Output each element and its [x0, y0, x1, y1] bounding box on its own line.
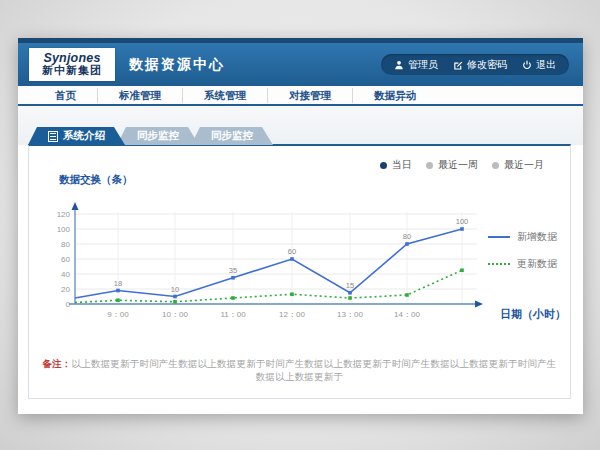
filter-today-label: 当日	[392, 158, 412, 172]
logout-label: 退出	[536, 58, 556, 72]
svg-text:60: 60	[288, 247, 296, 256]
radio-unselected-icon	[426, 162, 433, 169]
filter-today[interactable]: 当日	[380, 158, 412, 172]
user-menu: 管理员 修改密码 退出	[381, 54, 569, 75]
svg-text:14：00: 14：00	[394, 310, 420, 319]
svg-text:100: 100	[456, 217, 469, 226]
svg-text:80: 80	[61, 240, 70, 249]
svg-text:40: 40	[61, 270, 70, 279]
nav-item-home[interactable]: 首页	[34, 88, 98, 103]
power-icon	[522, 60, 532, 70]
svg-text:13：00: 13：00	[337, 310, 363, 319]
svg-text:35: 35	[229, 266, 237, 275]
filter-last-month-label: 最近一月	[504, 158, 544, 172]
tab-sync-monitor-2-label: 同步监控	[211, 129, 253, 143]
svg-text:20: 20	[61, 285, 70, 294]
nav-item-standard-management[interactable]: 标准管理	[98, 88, 183, 103]
filter-last-week-label: 最近一周	[438, 158, 478, 172]
document-icon	[48, 131, 58, 142]
logout-button[interactable]: 退出	[522, 58, 556, 72]
svg-text:11：00: 11：00	[220, 310, 246, 319]
logo-text-cn: 新中新集团	[42, 65, 102, 77]
change-password-label: 修改密码	[467, 58, 507, 72]
tab-sync-monitor-1[interactable]: 同步监控	[117, 127, 199, 145]
legend-item-update-data: 更新数据	[488, 257, 557, 271]
app-header: Synjones 新中新集团 数据资源中心 管理员 修改密码 退出	[18, 43, 583, 86]
filter-last-month[interactable]: 最近一月	[492, 158, 544, 172]
tab-system-intro[interactable]: 系统介绍	[28, 127, 125, 145]
tab-strip: 系统介绍 同步监控 同步监控	[18, 106, 583, 145]
svg-text:15: 15	[346, 281, 354, 290]
footer-note: 备注：以上数据更新于时间产生数据以上数据更新于时间产生数据以上数据更新于时间产生…	[39, 358, 560, 384]
tab-system-intro-label: 系统介绍	[63, 129, 105, 143]
radio-unselected-icon	[492, 162, 499, 169]
edit-icon	[453, 60, 463, 70]
solid-line-icon	[488, 236, 510, 238]
svg-text:80: 80	[403, 232, 411, 241]
nav-item-data-change[interactable]: 数据异动	[353, 88, 437, 103]
main-navigation: 首页 标准管理 系统管理 对接管理 数据异动	[18, 86, 583, 106]
line-chart: 0204060801001209：0010：0011：0012：0013：001…	[45, 184, 495, 334]
period-filter-group: 当日 最近一周 最近一月	[380, 158, 544, 172]
nav-item-system-management[interactable]: 系统管理	[183, 88, 268, 103]
x-axis-title: 日期（小时）	[500, 307, 566, 322]
dotted-line-icon	[488, 263, 510, 265]
svg-text:60: 60	[61, 255, 70, 264]
app-window: Synjones 新中新集团 数据资源中心 管理员 修改密码 退出 首页 标准管…	[18, 38, 583, 414]
tab-sync-monitor-1-label: 同步监控	[137, 129, 179, 143]
filter-last-week[interactable]: 最近一周	[426, 158, 478, 172]
legend-item-new-data: 新增数据	[488, 230, 557, 244]
svg-text:9：00: 9：00	[107, 310, 129, 319]
svg-text:12：00: 12：00	[279, 310, 305, 319]
note-prefix: 备注：	[42, 358, 71, 369]
svg-text:10：00: 10：00	[162, 310, 188, 319]
svg-text:18: 18	[114, 279, 122, 288]
user-icon	[394, 60, 404, 70]
legend-update-data-label: 更新数据	[517, 257, 557, 271]
note-text: 以上数据更新于时间产生数据以上数据更新于时间产生数据以上数据更新于时间产生数据以…	[72, 358, 557, 382]
svg-text:100: 100	[57, 225, 71, 234]
legend-new-data-label: 新增数据	[517, 230, 557, 244]
radio-selected-icon	[380, 162, 387, 169]
svg-text:10: 10	[171, 285, 179, 294]
chart-legend: 新增数据 更新数据	[488, 230, 557, 284]
admin-user-label: 管理员	[408, 58, 438, 72]
svg-text:120: 120	[57, 210, 71, 219]
content-panel: 当日 最近一周 最近一月 数据交换（条） 0204060801001209：00…	[28, 144, 571, 399]
change-password-button[interactable]: 修改密码	[453, 58, 507, 72]
page-title: 数据资源中心	[129, 56, 225, 74]
admin-user-button[interactable]: 管理员	[394, 58, 438, 72]
nav-item-interface-management[interactable]: 对接管理	[268, 88, 353, 103]
company-logo: Synjones 新中新集团	[29, 48, 115, 81]
tab-sync-monitor-2[interactable]: 同步监控	[191, 127, 273, 145]
